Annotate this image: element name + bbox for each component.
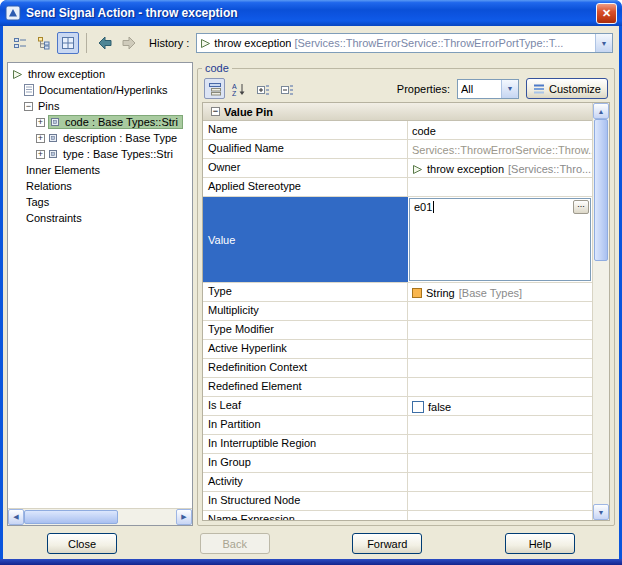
property-row-type-modifier[interactable]: Type Modifier [203, 321, 592, 340]
property-row-owner[interactable]: Owner throw exception [Services::Thro... [203, 159, 592, 178]
property-row-redefined-element[interactable]: Redefined Element [203, 378, 592, 397]
property-value-detail: [Services::Thro... [508, 163, 591, 175]
property-value: String [426, 287, 455, 299]
scroll-up-icon[interactable]: ▲ [593, 103, 609, 119]
scroll-thumb[interactable] [24, 510, 118, 524]
tree-item-documentation[interactable]: Documentation/Hyperlinks [8, 82, 192, 98]
scroll-track[interactable] [593, 119, 609, 504]
pin-icon [48, 149, 58, 159]
scroll-down-icon[interactable]: ▼ [593, 504, 609, 520]
property-row-multiplicity[interactable]: Multiplicity [203, 302, 592, 321]
property-row-value[interactable]: Value e01 ... [203, 197, 592, 283]
property-value: throw exception [427, 163, 504, 175]
tree-item-type-pin[interactable]: + type : Base Types::Stri [8, 146, 192, 162]
history-forward-button[interactable] [118, 32, 140, 54]
tree-item-constraints[interactable]: Constraints [8, 210, 192, 226]
title-bar: Send Signal Action - throw exception ✕ [0, 0, 622, 26]
tree-view-button[interactable] [33, 32, 55, 54]
history-back-button[interactable] [94, 32, 116, 54]
property-row-active-hyperlink[interactable]: Active Hyperlink [203, 340, 592, 359]
property-value: false [428, 401, 451, 413]
alphabetic-sort-button[interactable]: AZ [228, 78, 249, 99]
pin-icon [48, 133, 58, 143]
property-row-in-structured-node[interactable]: In Structured Node [203, 492, 592, 511]
property-table-container: − Value Pin Name code Qualified Name Se [202, 102, 610, 521]
forward-button[interactable]: Forward [352, 533, 422, 554]
property-section-header[interactable]: − Value Pin [203, 103, 592, 121]
toolbar-separator [86, 33, 87, 53]
customize-button[interactable]: Customize [526, 78, 608, 99]
action-icon [412, 164, 423, 175]
table-vertical-scrollbar[interactable]: ▲ ▼ [592, 103, 609, 520]
value-editor[interactable]: e01 ... [409, 198, 591, 281]
tree-item-code-pin[interactable]: + code : Base Types::Stri [8, 114, 192, 130]
tree-horizontal-scrollbar[interactable]: ◀ ▶ [8, 508, 192, 525]
history-combobox[interactable]: throw exception [Services::ThrowErrorSer… [196, 33, 613, 53]
property-row-applied-stereotype[interactable]: Applied Stereotype [203, 178, 592, 197]
property-row-in-partition[interactable]: In Partition [203, 416, 592, 435]
properties-dropdown-arrow[interactable]: ▼ [501, 80, 518, 98]
value-ellipsis-button[interactable]: ... [573, 200, 589, 214]
properties-filter-combobox[interactable]: All ▼ [457, 79, 519, 99]
scroll-thumb[interactable] [594, 119, 608, 261]
section-collapse-icon[interactable]: − [211, 107, 220, 116]
property-row-in-interruptible-region[interactable]: In Interruptible Region [203, 435, 592, 454]
element-tree-panel: throw exception Documentation/Hyperlinks… [7, 62, 193, 526]
tree-item-description-pin[interactable]: + description : Base Type [8, 130, 192, 146]
property-row-redefinition-context[interactable]: Redefinition Context [203, 359, 592, 378]
pin-icon [50, 117, 60, 127]
property-row-in-group[interactable]: In Group [203, 454, 592, 473]
back-arrow-icon [97, 36, 113, 50]
selected-tree-highlight: code : Base Types::Stri [48, 115, 183, 129]
property-row-name[interactable]: Name code [203, 121, 592, 140]
flat-view-icon [13, 36, 27, 50]
expand-all-button[interactable] [252, 78, 273, 99]
value-editor-text[interactable]: e01 [414, 201, 434, 213]
property-row-qualified-name[interactable]: Qualified Name Services::ThrowErrorServi… [203, 140, 592, 159]
expand-box-icon[interactable]: + [36, 150, 45, 159]
scroll-left-icon[interactable]: ◀ [8, 509, 24, 525]
dialog-content: History : throw exception [Services::Thr… [3, 26, 619, 559]
grid-view-button[interactable] [57, 32, 79, 54]
customize-icon [533, 83, 545, 95]
scroll-track[interactable] [24, 509, 176, 525]
expand-box-icon[interactable]: + [36, 134, 45, 143]
properties-panel: code AZ [197, 62, 615, 526]
properties-filter-value: All [461, 83, 473, 95]
tree-item-relations[interactable]: Relations [8, 178, 192, 194]
collapse-all-button[interactable] [276, 78, 297, 99]
tree-item-pins[interactable]: − Pins [8, 98, 192, 114]
categorized-view-button[interactable] [204, 78, 225, 99]
section-title: Value Pin [224, 106, 273, 118]
categorized-view-icon [208, 82, 222, 96]
properties-toolbar: AZ Properties: [202, 75, 610, 102]
element-tree: throw exception Documentation/Hyperlinks… [8, 63, 192, 508]
tree-item-throw-exception[interactable]: throw exception [8, 66, 192, 82]
top-toolbar: History : throw exception [Services::Thr… [3, 26, 619, 60]
dialog-window: Send Signal Action - throw exception ✕ [0, 0, 622, 565]
grid-view-icon [61, 36, 75, 50]
history-value: throw exception [214, 37, 291, 49]
flat-view-button[interactable] [9, 32, 31, 54]
footer-button-bar: Close Back Forward Help [3, 528, 619, 559]
tree-item-inner-elements[interactable]: Inner Elements [8, 162, 192, 178]
scroll-right-icon[interactable]: ▶ [176, 509, 192, 525]
document-icon [24, 84, 34, 96]
property-value-detail: [Base Types] [459, 287, 522, 299]
expand-box-icon[interactable]: + [36, 118, 45, 127]
close-button[interactable]: ✕ [596, 3, 617, 24]
help-button[interactable]: Help [505, 533, 575, 554]
history-dropdown-arrow[interactable]: ▼ [595, 34, 612, 52]
property-row-activity[interactable]: Activity [203, 473, 592, 492]
property-value: code [412, 125, 436, 137]
close-dialog-button[interactable]: Close [47, 533, 117, 554]
is-leaf-checkbox[interactable] [412, 401, 424, 413]
back-button[interactable]: Back [200, 533, 270, 554]
forward-arrow-icon [121, 36, 137, 50]
collapse-box-icon[interactable]: − [24, 102, 33, 111]
property-row-is-leaf[interactable]: Is Leaf false [203, 397, 592, 416]
tree-item-tags[interactable]: Tags [8, 194, 192, 210]
property-table: − Value Pin Name code Qualified Name Se [203, 103, 592, 520]
property-row-type[interactable]: Type String [Base Types] [203, 283, 592, 302]
property-row-name-expression[interactable]: Name Expression [203, 511, 592, 520]
